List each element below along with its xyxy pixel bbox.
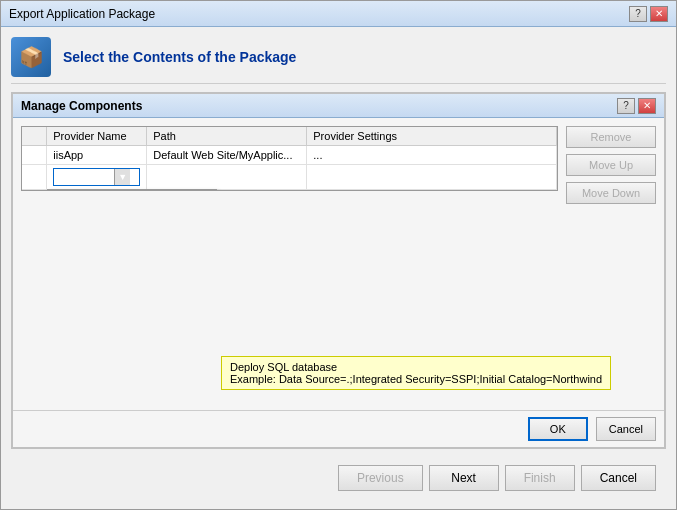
dropdown-list: appHostConfigappHostSchemaappPoolConfigc… — [47, 189, 217, 191]
cancel-button[interactable]: Cancel — [581, 465, 656, 491]
table-header-row: Provider Name Path Provider Settings — [22, 127, 557, 146]
new-path-cell — [147, 165, 307, 190]
outer-window: Export Application Package ? ✕ 📦 Select … — [0, 0, 677, 510]
provider-dropdown-cell[interactable]: ▼ appHostConfigappHostSchemaappPoolConfi… — [47, 165, 147, 190]
inner-close-button[interactable]: ✕ — [638, 98, 656, 114]
inner-titlebar: Manage Components ? ✕ — [13, 94, 664, 118]
inner-title: Manage Components — [21, 99, 142, 113]
outer-title: Export Application Package — [9, 7, 155, 21]
dropdown-arrow-button[interactable]: ▼ — [114, 169, 130, 185]
header-icon: 📦 — [11, 37, 51, 77]
tooltip-line1: Deploy SQL database — [230, 361, 602, 373]
move-down-button[interactable]: Move Down — [566, 182, 656, 204]
inner-cancel-button[interactable]: Cancel — [596, 417, 656, 441]
tooltip-line2: Example: Data Source=.;Integrated Securi… — [230, 373, 602, 385]
inner-ok-cancel-area: OK Cancel — [13, 410, 664, 447]
previous-button[interactable]: Previous — [338, 465, 423, 491]
col-header-indicator — [22, 127, 47, 146]
new-row-marker: ▶* — [28, 171, 40, 183]
table-container: Provider Name Path Provider Settings iis… — [21, 126, 558, 402]
provider-name-cell: iisApp — [47, 146, 147, 165]
header-area: 📦 Select the Contents of the Package — [11, 37, 666, 84]
provider-input[interactable] — [54, 170, 114, 184]
remove-button[interactable]: Remove — [566, 126, 656, 148]
new-settings-cell — [307, 165, 557, 190]
finish-button[interactable]: Finish — [505, 465, 575, 491]
outer-titlebar-buttons: ? ✕ — [629, 6, 668, 22]
col-header-settings: Provider Settings — [307, 127, 557, 146]
components-table: Provider Name Path Provider Settings iis… — [21, 126, 558, 191]
outer-help-button[interactable]: ? — [629, 6, 647, 22]
package-icon: 📦 — [19, 45, 44, 69]
bottom-nav: Previous Next Finish Cancel — [11, 457, 666, 499]
inner-help-button[interactable]: ? — [617, 98, 635, 114]
ok-button[interactable]: OK — [528, 417, 588, 441]
move-up-button[interactable]: Move Up — [566, 154, 656, 176]
outer-close-button[interactable]: ✕ — [650, 6, 668, 22]
provider-input-wrapper: ▼ — [53, 168, 140, 186]
data-table: Provider Name Path Provider Settings iis… — [22, 127, 557, 190]
settings-cell: ... — [307, 146, 557, 165]
outer-titlebar: Export Application Package ? ✕ — [1, 1, 676, 27]
inner-content: Provider Name Path Provider Settings iis… — [13, 118, 664, 410]
inner-modal: Manage Components ? ✕ — [11, 92, 666, 449]
inner-titlebar-buttons: ? ✕ — [617, 98, 656, 114]
col-header-path: Path — [147, 127, 307, 146]
tooltip-box: Deploy SQL database Example: Data Source… — [221, 356, 611, 390]
col-header-provider: Provider Name — [47, 127, 147, 146]
outer-content: 📦 Select the Contents of the Package Man… — [1, 27, 676, 509]
table-row: iisApp Default Web Site/MyApplic... ... — [22, 146, 557, 165]
new-row-indicator: ▶* — [22, 165, 47, 190]
dropdown-item[interactable]: appHostConfig — [48, 190, 216, 191]
new-table-row: ▶* ▼ appHostC — [22, 165, 557, 190]
row-indicator — [22, 146, 47, 165]
page-title: Select the Contents of the Package — [63, 49, 296, 65]
next-button[interactable]: Next — [429, 465, 499, 491]
path-cell: Default Web Site/MyApplic... — [147, 146, 307, 165]
